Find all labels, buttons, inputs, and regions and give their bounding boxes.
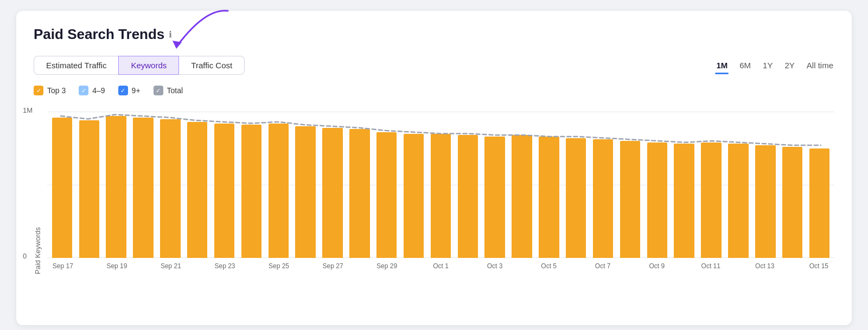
legend-label-4-9: 4–9 <box>92 86 105 95</box>
x-label: Sep 29 <box>373 258 400 274</box>
bar-group <box>590 112 616 258</box>
bar-group <box>49 112 75 258</box>
time-btn-2y[interactable]: 2Y <box>783 59 795 72</box>
legend-checkbox-4-9: ✓ <box>79 86 88 95</box>
chart-inner: 1M 0 Sep 17Sep 19Sep 21Sep 23Sep 25Sep 2… <box>47 112 834 274</box>
x-label <box>400 258 427 274</box>
x-label <box>724 258 751 274</box>
legend-label-total: Total <box>167 86 183 95</box>
x-label <box>671 258 698 274</box>
x-label: Sep 17 <box>49 258 76 274</box>
bar <box>269 124 289 258</box>
bar <box>52 118 72 258</box>
bar <box>214 124 234 258</box>
bar-group <box>752 112 778 258</box>
info-icon[interactable]: ℹ <box>169 29 172 40</box>
x-label <box>616 258 643 274</box>
grid-label-1m: 1M <box>23 106 33 114</box>
tab-keywords[interactable]: Keywords <box>118 56 178 75</box>
time-btn-all[interactable]: All time <box>806 59 834 72</box>
bar <box>728 144 748 258</box>
x-label: Oct 3 <box>481 258 508 274</box>
page-title: Paid Search Trends <box>34 26 164 43</box>
bar <box>404 134 424 258</box>
time-btn-6m[interactable]: 6M <box>738 59 752 72</box>
x-label <box>454 258 481 274</box>
x-label: Sep 21 <box>157 258 184 274</box>
time-range-group: 1M 6M 1Y 2Y All time <box>715 59 834 72</box>
x-label: Sep 27 <box>320 258 347 274</box>
x-label <box>76 258 104 274</box>
bar <box>241 125 261 258</box>
bar-group <box>76 112 102 258</box>
x-label <box>563 258 590 274</box>
x-label <box>130 258 157 274</box>
x-label: Oct 11 <box>697 258 724 274</box>
bar <box>620 141 640 258</box>
bar <box>106 116 126 258</box>
legend-top3: ✓ Top 3 <box>34 86 66 95</box>
bar <box>79 120 99 258</box>
chart-area: Paid Keywords 1M 0 Sep 17Sep 19Sep 21Sep… <box>34 112 834 274</box>
time-btn-1m[interactable]: 1M <box>715 59 729 72</box>
bar <box>187 122 207 258</box>
bar-group <box>672 112 697 258</box>
bar <box>484 137 505 258</box>
bar-group <box>239 112 264 258</box>
bar <box>458 135 478 258</box>
bar <box>782 147 802 258</box>
x-label: Sep 19 <box>104 258 131 274</box>
bar-group <box>455 112 481 258</box>
time-btn-1y[interactable]: 1Y <box>762 59 774 72</box>
bar <box>809 148 829 258</box>
x-label: Oct 13 <box>751 258 778 274</box>
bar-group <box>131 112 156 258</box>
bar <box>295 126 315 258</box>
bar-group <box>617 112 643 258</box>
bar-group <box>212 112 237 258</box>
bar-group <box>780 112 805 258</box>
bar-group <box>699 112 724 258</box>
x-label: Oct 1 <box>427 258 455 274</box>
bar <box>566 138 586 258</box>
bar-group <box>401 112 426 258</box>
bar <box>701 143 721 258</box>
bar <box>539 137 559 258</box>
bar-group <box>266 112 291 258</box>
bar <box>647 143 667 258</box>
bar-group <box>536 112 561 258</box>
bar <box>755 145 775 258</box>
bar-group <box>807 112 832 258</box>
x-label <box>508 258 535 274</box>
bars-container <box>47 112 834 258</box>
tab-traffic-cost[interactable]: Traffic Cost <box>178 56 245 75</box>
tab-estimated-traffic[interactable]: Estimated Traffic <box>34 56 118 75</box>
bar-group <box>293 112 318 258</box>
tab-group: Estimated Traffic Keywords Traffic Cost <box>34 56 245 75</box>
bar-group <box>184 112 210 258</box>
x-label: Oct 9 <box>643 258 671 274</box>
x-label <box>238 258 265 274</box>
bar <box>674 144 694 258</box>
bar <box>593 139 613 258</box>
x-label <box>778 258 806 274</box>
bar <box>133 118 153 258</box>
x-label: Oct 5 <box>535 258 563 274</box>
bar <box>512 135 532 258</box>
legend-4-9: ✓ 4–9 <box>79 86 105 95</box>
bar-group <box>374 112 399 258</box>
bar-group <box>644 112 670 258</box>
legend-label-9plus: 9+ <box>132 86 141 95</box>
x-label: Sep 25 <box>265 258 292 274</box>
legend-row: ✓ Top 3 ✓ 4–9 ✓ 9+ ✓ Total <box>34 86 834 95</box>
bar-group <box>725 112 751 258</box>
y-axis-label: Paid Keywords <box>34 112 42 274</box>
bar <box>431 134 451 258</box>
grid-label-0: 0 <box>23 252 27 260</box>
bar <box>160 119 180 258</box>
legend-checkbox-total: ✓ <box>154 86 163 95</box>
legend-checkbox-top3: ✓ <box>34 86 43 95</box>
bar <box>349 129 369 258</box>
bar-group <box>509 112 535 258</box>
x-axis: Sep 17Sep 19Sep 21Sep 23Sep 25Sep 27Sep … <box>47 258 834 274</box>
